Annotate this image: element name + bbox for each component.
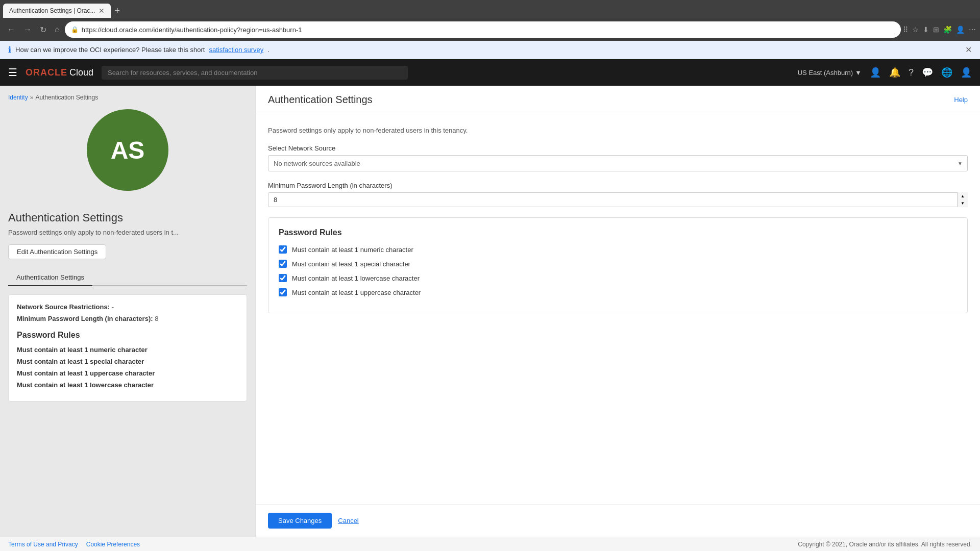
extensions-icon2[interactable]: 🧩 (943, 26, 952, 34)
min-password-label: Minimum Password Length (in characters): (17, 315, 153, 322)
region-label: US East (Ashburn) (798, 69, 853, 77)
network-source-select[interactable]: No network sources available (268, 155, 968, 171)
oracle-logo: ORACLE Cloud (26, 67, 93, 78)
tab-close-btn[interactable]: ✕ (99, 7, 105, 14)
breadcrumb-identity-link[interactable]: Identity (8, 94, 28, 101)
right-panel-header: Authentication Settings Help (256, 86, 980, 114)
left-rule-1: Must contain at least 1 numeric characte… (17, 346, 238, 354)
network-source-select-wrapper: No network sources available (268, 155, 968, 171)
refresh-btn[interactable]: ↻ (37, 23, 50, 37)
extensions-icon: ⠿ (903, 26, 908, 34)
region-selector[interactable]: US East (Ashburn) ▼ (798, 69, 862, 77)
right-panel: Authentication Settings Help Password se… (255, 86, 980, 537)
checkbox-uppercase[interactable] (279, 288, 287, 296)
active-tab[interactable]: Authentication Settings | Orac... ✕ (3, 4, 111, 18)
avatar-section: AS (8, 109, 247, 199)
header-right: US East (Ashburn) ▼ 👤 🔔 ? 💬 🌐 👤 (798, 67, 972, 78)
password-rules-section: Password Rules Must contain at least 1 n… (268, 217, 968, 313)
app-footer: Terms of Use and Privacy Cookie Preferen… (0, 537, 980, 551)
network-source-row: Network Source Restrictions: - (17, 303, 238, 311)
min-password-input[interactable] (268, 192, 968, 207)
checkbox-numeric[interactable] (279, 245, 287, 254)
left-rule-2: Must contain at least 1 special characte… (17, 358, 238, 365)
help-question-icon[interactable]: ? (909, 67, 914, 78)
left-panel: Identity » Authentication Settings AS Au… (0, 86, 255, 537)
address-bar[interactable] (82, 26, 895, 34)
left-rules-section: Password Rules Must contain at least 1 n… (17, 331, 238, 389)
cancel-btn[interactable]: Cancel (338, 517, 358, 524)
checkbox-item-1: Must contain at least 1 numeric characte… (279, 245, 957, 254)
number-spinners: ▲ ▼ (957, 192, 968, 207)
tab-section: Authentication Settings (8, 269, 247, 286)
back-btn[interactable]: ← (4, 23, 18, 36)
bookmarks-icon[interactable]: ⊞ (933, 26, 939, 34)
info-suffix: . (267, 46, 270, 54)
network-source-form-group: Select Network Source No network sources… (268, 144, 968, 171)
downloads-icon[interactable]: ⬇ (923, 26, 929, 34)
copyright-text: Copyright © 2021, Oracle and/or its affi… (798, 541, 972, 548)
spinner-down-btn[interactable]: ▼ (958, 200, 968, 208)
checkbox-special[interactable] (279, 260, 287, 268)
address-bar-container: 🔒 (65, 21, 901, 38)
cookie-preferences-link[interactable]: Cookie Preferences (86, 541, 140, 548)
left-rule-3: Must contain at least 1 uppercase charac… (17, 369, 238, 377)
satisfaction-survey-link[interactable]: satisfaction survey (209, 46, 263, 54)
hamburger-menu-btn[interactable]: ☰ (8, 66, 17, 79)
checkbox-numeric-label: Must contain at least 1 numeric characte… (292, 246, 413, 254)
left-panel-title: Authentication Settings (8, 211, 247, 224)
app-header: ☰ ORACLE Cloud US East (Ashburn) ▼ 👤 🔔 ?… (0, 59, 980, 86)
browser-actions: ⠿ ☆ ⬇ ⊞ 🧩 👤 ⋯ (903, 26, 976, 34)
main-layout: Identity » Authentication Settings AS Au… (0, 86, 980, 537)
info-icon: ℹ (8, 45, 11, 55)
authentication-settings-tab[interactable]: Authentication Settings (8, 269, 92, 286)
right-panel-footer: Save Changes Cancel (256, 504, 980, 537)
min-password-row: Minimum Password Length (in characters):… (17, 315, 238, 322)
checkbox-special-label: Must contain at least 1 special characte… (292, 260, 410, 268)
checkbox-item-4: Must contain at least 1 uppercase charac… (279, 288, 957, 296)
header-search-input[interactable] (102, 66, 408, 80)
security-icon: 🔒 (71, 26, 79, 33)
header-search-container (102, 66, 408, 80)
account-icon[interactable]: 👤 (961, 67, 972, 78)
header-icons: 👤 🔔 ? 💬 🌐 👤 (870, 67, 972, 78)
breadcrumb-separator: » (30, 94, 34, 101)
network-source-label: Network Source Restrictions: (17, 303, 110, 311)
left-rule-4: Must contain at least 1 lowercase charac… (17, 381, 238, 389)
info-list: Network Source Restrictions: - Minimum P… (8, 294, 247, 402)
globe-icon[interactable]: 🌐 (941, 67, 952, 78)
spinner-up-btn[interactable]: ▲ (958, 192, 968, 200)
menu-icon[interactable]: ⋯ (969, 26, 976, 34)
help-link[interactable]: Help (954, 96, 968, 104)
chat-icon[interactable]: 💬 (922, 67, 933, 78)
left-panel-desc: Password settings only apply to non-fede… (8, 229, 247, 236)
info-bar: ℹ How can we improve the OCI experience?… (0, 41, 980, 59)
info-close-btn[interactable]: ✕ (965, 45, 972, 55)
cloud-brand-text: Cloud (69, 67, 93, 78)
breadcrumb-current: Authentication Settings (35, 94, 98, 101)
breadcrumb: Identity » Authentication Settings (8, 94, 247, 101)
tab-bar: Authentication Settings | Orac... ✕ + (0, 0, 980, 18)
home-btn[interactable]: ⌂ (52, 23, 63, 36)
footer-links: Terms of Use and Privacy Cookie Preferen… (8, 541, 140, 548)
checkbox-lowercase[interactable] (279, 274, 287, 282)
checkbox-item-2: Must contain at least 1 special characte… (279, 260, 957, 268)
right-panel-title: Authentication Settings (268, 94, 373, 106)
left-rules-title: Password Rules (17, 331, 238, 340)
terms-link[interactable]: Terms of Use and Privacy (8, 541, 78, 548)
browser-controls: ← → ↻ ⌂ 🔒 ⠿ ☆ ⬇ ⊞ 🧩 👤 ⋯ (0, 18, 980, 41)
profile-icon[interactable]: 👤 (956, 26, 965, 34)
new-tab-btn[interactable]: + (111, 6, 125, 16)
region-chevron-icon: ▼ (855, 69, 862, 77)
checkbox-item-3: Must contain at least 1 lowercase charac… (279, 274, 957, 282)
password-rules-title: Password Rules (279, 228, 957, 237)
save-changes-btn[interactable]: Save Changes (268, 513, 332, 529)
edit-authentication-settings-btn[interactable]: Edit Authentication Settings (8, 244, 106, 259)
user-icon[interactable]: 👤 (870, 67, 881, 78)
avatar: AS (87, 109, 168, 191)
forward-btn[interactable]: → (20, 23, 35, 36)
tab-title: Authentication Settings | Orac... (9, 7, 95, 14)
checkbox-lowercase-label: Must contain at least 1 lowercase charac… (292, 274, 420, 282)
checkbox-uppercase-label: Must contain at least 1 uppercase charac… (292, 289, 421, 296)
bookmark-icon[interactable]: ☆ (912, 26, 919, 34)
notification-bell-icon[interactable]: 🔔 (889, 67, 900, 78)
